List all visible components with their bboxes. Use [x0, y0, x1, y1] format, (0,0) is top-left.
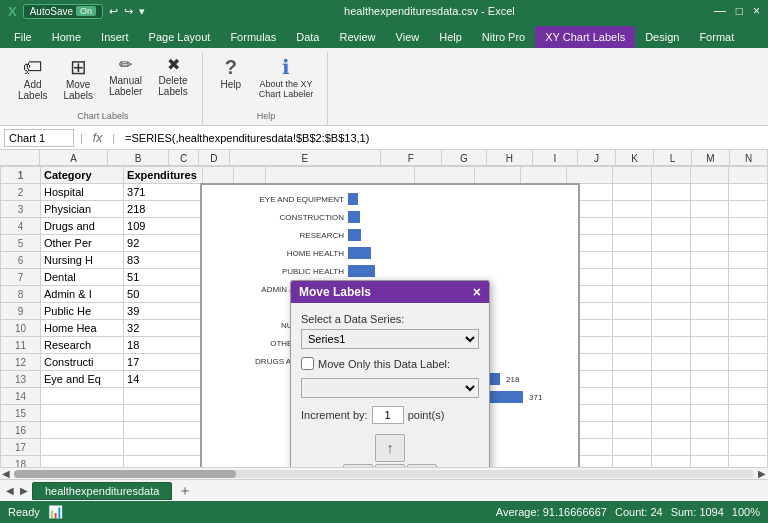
tab-xy-chart-labels[interactable]: XY Chart Labels: [535, 26, 635, 48]
maximize-btn[interactable]: □: [736, 4, 743, 18]
cell-a3[interactable]: Physician: [41, 201, 124, 218]
cell-m1[interactable]: [729, 167, 768, 184]
arrow-right-button[interactable]: →: [407, 464, 437, 467]
cell-m13[interactable]: [729, 371, 768, 388]
cell-j13[interactable]: [613, 371, 652, 388]
cell-j7[interactable]: [613, 269, 652, 286]
cell-k11[interactable]: [652, 337, 691, 354]
cell-m4[interactable]: [729, 218, 768, 235]
cell-l10[interactable]: [690, 320, 729, 337]
formula-input[interactable]: [121, 132, 764, 144]
tab-insert[interactable]: Insert: [91, 26, 139, 48]
cell-l1[interactable]: [690, 167, 729, 184]
cell-a16[interactable]: [41, 422, 124, 439]
cell-j6[interactable]: [613, 252, 652, 269]
cell-b4[interactable]: 109: [124, 218, 203, 235]
cell-l9[interactable]: [690, 303, 729, 320]
series-select[interactable]: Series1: [301, 329, 479, 349]
cell-a14[interactable]: [41, 388, 124, 405]
close-btn[interactable]: ×: [753, 4, 760, 18]
cell-a4[interactable]: Drugs and: [41, 218, 124, 235]
cell-k6[interactable]: [652, 252, 691, 269]
fx-button[interactable]: fx: [89, 131, 106, 145]
move-only-checkbox[interactable]: [301, 357, 314, 370]
cell-k1[interactable]: [652, 167, 691, 184]
cell-b10[interactable]: 32: [124, 320, 203, 337]
cell-j2[interactable]: [613, 184, 652, 201]
tab-design[interactable]: Design: [635, 26, 689, 48]
tab-data[interactable]: Data: [286, 26, 329, 48]
cell-a18[interactable]: [41, 456, 124, 468]
cell-b3[interactable]: 218: [124, 201, 203, 218]
cell-d1[interactable]: [234, 167, 265, 184]
cell-k7[interactable]: [652, 269, 691, 286]
tab-help[interactable]: Help: [429, 26, 472, 48]
scroll-left-arrow[interactable]: ◀: [0, 468, 12, 479]
tab-file[interactable]: File: [4, 26, 42, 48]
cell-l6[interactable]: [690, 252, 729, 269]
cell-g1[interactable]: [475, 167, 521, 184]
cell-b17[interactable]: [124, 439, 203, 456]
cell-a1[interactable]: Category: [41, 167, 124, 184]
cell-l5[interactable]: [690, 235, 729, 252]
cell-m9[interactable]: [729, 303, 768, 320]
cell-a2[interactable]: Hospital: [41, 184, 124, 201]
arrow-up-button[interactable]: ↑: [375, 434, 405, 462]
cell-l13[interactable]: [690, 371, 729, 388]
data-label-select[interactable]: [301, 378, 479, 398]
cell-f1[interactable]: [414, 167, 475, 184]
cell-a15[interactable]: [41, 405, 124, 422]
cell-k12[interactable]: [652, 354, 691, 371]
cell-c1[interactable]: [203, 167, 234, 184]
tab-scroll-right[interactable]: ▶: [18, 485, 30, 496]
cell-k10[interactable]: [652, 320, 691, 337]
cell-i1[interactable]: [567, 167, 613, 184]
cell-a7[interactable]: Dental: [41, 269, 124, 286]
cell-b7[interactable]: 51: [124, 269, 203, 286]
cell-a11[interactable]: Research: [41, 337, 124, 354]
cell-k8[interactable]: [652, 286, 691, 303]
cell-e1[interactable]: [265, 167, 414, 184]
increment-input[interactable]: [372, 406, 404, 424]
cell-a9[interactable]: Public He: [41, 303, 124, 320]
cell-a6[interactable]: Nursing H: [41, 252, 124, 269]
cell-a5[interactable]: Other Per: [41, 235, 124, 252]
cell-a13[interactable]: Eye and Eq: [41, 371, 124, 388]
arrow-down-button[interactable]: ↓: [375, 464, 405, 467]
cell-b16[interactable]: [124, 422, 203, 439]
tab-review[interactable]: Review: [329, 26, 385, 48]
cell-m3[interactable]: [729, 201, 768, 218]
cell-l12[interactable]: [690, 354, 729, 371]
tab-home[interactable]: Home: [42, 26, 91, 48]
cell-l2[interactable]: [690, 184, 729, 201]
cell-m10[interactable]: [729, 320, 768, 337]
manual-labeler-button[interactable]: ✏ ManualLabeler: [103, 54, 148, 100]
minimize-btn[interactable]: —: [714, 4, 726, 18]
tab-format[interactable]: Format: [689, 26, 744, 48]
undo-btn[interactable]: ↩: [109, 5, 118, 18]
horizontal-scrollbar[interactable]: ◀ ▶: [0, 467, 768, 479]
cell-b9[interactable]: 39: [124, 303, 203, 320]
cell-b12[interactable]: 17: [124, 354, 203, 371]
cell-b1[interactable]: Expenditures: [124, 167, 203, 184]
tab-page-layout[interactable]: Page Layout: [139, 26, 221, 48]
cell-m6[interactable]: [729, 252, 768, 269]
add-labels-button[interactable]: 🏷 AddLabels: [12, 54, 53, 104]
cell-b18[interactable]: [124, 456, 203, 468]
cell-l8[interactable]: [690, 286, 729, 303]
cell-a12[interactable]: Constructi: [41, 354, 124, 371]
cell-m5[interactable]: [729, 235, 768, 252]
cell-j5[interactable]: [613, 235, 652, 252]
cell-m11[interactable]: [729, 337, 768, 354]
delete-labels-button[interactable]: ✖ DeleteLabels: [152, 54, 193, 100]
cell-b14[interactable]: [124, 388, 203, 405]
sheet-tab-healthexpendituresdata[interactable]: healthexpendituresdata: [32, 482, 172, 500]
cell-b11[interactable]: 18: [124, 337, 203, 354]
cell-j12[interactable]: [613, 354, 652, 371]
cell-j11[interactable]: [613, 337, 652, 354]
add-sheet-button[interactable]: ＋: [174, 482, 196, 500]
cell-j1[interactable]: [613, 167, 652, 184]
cell-j4[interactable]: [613, 218, 652, 235]
cell-k13[interactable]: [652, 371, 691, 388]
cell-a17[interactable]: [41, 439, 124, 456]
